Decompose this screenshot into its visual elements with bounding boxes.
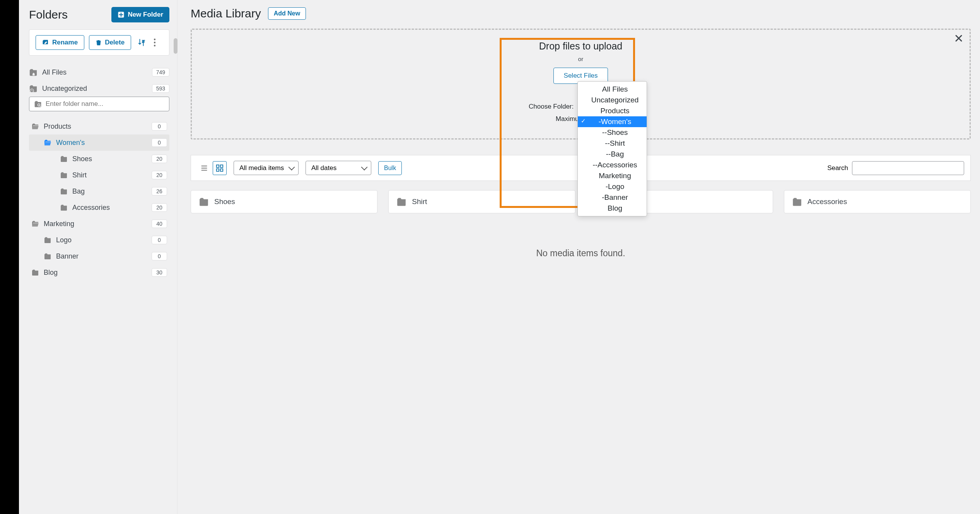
folder-icon [60, 172, 68, 178]
search-label: Search [827, 164, 848, 172]
uncategorized-count: 593 [152, 84, 169, 93]
all-files-label: All Files [42, 68, 152, 77]
folder-icon [60, 204, 68, 211]
tree-item-logo[interactable]: Logo0 [29, 232, 169, 248]
svg-rect-9 [220, 168, 223, 171]
folder-icon [792, 197, 802, 206]
svg-rect-6 [217, 165, 219, 167]
folder-icon [60, 188, 68, 194]
folder-icon [60, 156, 68, 162]
delete-label: Delete [105, 39, 125, 46]
clock-folder-icon [29, 85, 38, 92]
folder-icon [31, 123, 40, 129]
tree-item-marketing[interactable]: Marketing40 [29, 216, 169, 232]
choose-folder-label: Choose Folder: [529, 103, 574, 110]
more-options-button[interactable] [152, 37, 157, 48]
tree-item-label: Accessories [72, 204, 152, 212]
folder-option[interactable]: --Shoes [578, 127, 647, 138]
media-search-input[interactable] [852, 161, 964, 175]
folder-option[interactable]: Uncategorized [578, 95, 647, 106]
folder-icon [44, 237, 52, 243]
delete-button[interactable]: Delete [89, 35, 131, 50]
sort-button[interactable] [136, 37, 147, 48]
folder-option[interactable]: --Bag [578, 149, 647, 160]
folder-option[interactable]: --Accessories [578, 160, 647, 170]
folder-icon [31, 269, 40, 276]
folder-option[interactable]: -Women's [578, 116, 647, 127]
dropzone-or: or [529, 56, 633, 62]
tree-item-label: Products [44, 123, 152, 131]
folder-icon [44, 253, 52, 259]
date-select[interactable]: All dates [306, 161, 371, 175]
folder-option[interactable]: Blog [578, 203, 647, 214]
folder-option[interactable]: --Shirt [578, 138, 647, 149]
folder-search-input[interactable] [46, 100, 164, 108]
svg-rect-8 [217, 168, 219, 171]
sidebar-scrollbar-thumb[interactable] [174, 38, 178, 54]
tree-item-products[interactable]: Products0 [29, 118, 169, 134]
close-dropzone-button[interactable] [955, 34, 963, 42]
tree-item-label: Shirt [72, 171, 152, 179]
folder-option[interactable]: -Logo [578, 181, 647, 192]
bulk-select-button[interactable]: Bulk [378, 161, 402, 175]
folder-card-shirt[interactable]: Shirt [388, 190, 575, 213]
new-folder-button[interactable]: New Folder [111, 7, 169, 22]
rename-button[interactable]: Rename [36, 35, 84, 50]
list-view-button[interactable] [197, 161, 211, 175]
svg-point-2 [154, 42, 155, 43]
folder-option[interactable]: Marketing [578, 170, 647, 181]
admin-menu-strip [0, 0, 19, 514]
folder-card-label: Shirt [412, 197, 427, 206]
page-title: Media Library [191, 7, 261, 20]
svg-rect-7 [220, 165, 223, 167]
tree-item-count: 0 [152, 138, 167, 147]
folder-icon [31, 221, 40, 227]
no-media-message: No media items found. [191, 237, 971, 270]
tree-item-shoes[interactable]: Shoes20 [29, 151, 169, 167]
tree-item-count: 20 [152, 171, 167, 179]
tree-item-banner[interactable]: Banner0 [29, 248, 169, 264]
home-folder-icon [29, 68, 38, 76]
media-type-select[interactable]: All media items [234, 161, 299, 175]
folders-sidebar: Folders New Folder Rename Delete [19, 0, 178, 514]
add-new-button[interactable]: Add New [268, 7, 306, 20]
folder-card-accessories[interactable]: Accessories [784, 190, 971, 213]
tree-item-count: 0 [152, 122, 167, 131]
dropzone-title: Drop files to upload [529, 41, 633, 52]
folder-tree: Products0Women's0Shoes20Shirt20Bag26Acce… [29, 118, 169, 514]
tree-item-label: Marketing [44, 220, 152, 228]
folder-card-label: Shoes [214, 197, 235, 206]
upload-dropzone[interactable]: Drop files to upload or Select Files Cho… [191, 29, 971, 140]
tree-item-label: Shoes [72, 155, 152, 163]
tree-item-blog[interactable]: Blog30 [29, 264, 169, 281]
svg-point-1 [154, 39, 155, 40]
folder-icon [396, 197, 406, 206]
tree-item-accessories[interactable]: Accessories20 [29, 199, 169, 216]
uncategorized-row[interactable]: Uncategorized 593 [29, 80, 169, 97]
tree-item-count: 26 [152, 187, 167, 196]
svg-point-3 [154, 45, 155, 46]
folder-option[interactable]: Products [578, 106, 647, 116]
folder-icon [44, 140, 52, 146]
tree-item-label: Bag [72, 187, 152, 196]
tree-item-count: 20 [152, 203, 167, 212]
tree-item-women-s[interactable]: Women's0 [29, 134, 169, 151]
grid-view-button[interactable] [213, 161, 227, 175]
folder-option[interactable]: All Files [578, 84, 647, 95]
all-files-row[interactable]: All Files 749 [29, 64, 169, 80]
tree-item-label: Banner [56, 252, 152, 260]
tree-item-count: 0 [152, 236, 167, 244]
edit-icon [42, 39, 49, 46]
tree-item-label: Blog [44, 269, 152, 277]
sidebar-title: Folders [29, 8, 68, 21]
plus-icon [118, 11, 125, 18]
folder-card-shoes[interactable]: Shoes [191, 190, 377, 213]
folder-option[interactable]: -Banner [578, 192, 647, 203]
uncategorized-label: Uncategorized [42, 85, 152, 93]
tree-item-bag[interactable]: Bag26 [29, 183, 169, 199]
tree-item-count: 20 [152, 155, 167, 163]
folder-search-wrap [29, 97, 169, 111]
folder-card-label: Accessories [808, 197, 847, 206]
tree-item-shirt[interactable]: Shirt20 [29, 167, 169, 183]
folder-dropdown-popup[interactable]: All FilesUncategorizedProducts-Women's--… [577, 81, 647, 216]
